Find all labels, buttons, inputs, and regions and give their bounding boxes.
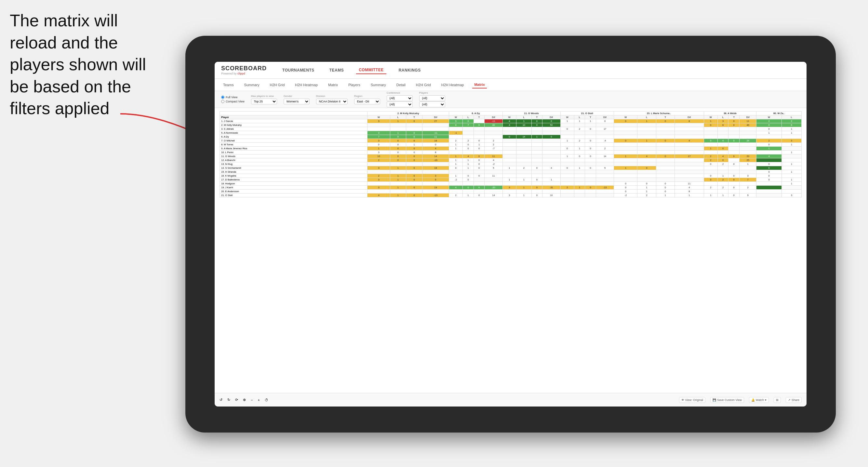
matrix-table: 2. M Kelly Mulcahy 6. A Dy 11. G Woods 2… [219, 111, 802, 197]
sub-nav-h2h-grid2[interactable]: H2H Grid [414, 82, 433, 88]
sub-nav-matrix[interactable]: Matrix [326, 82, 340, 88]
table-row: 13. N Klug 110-2 0201 01 [220, 162, 802, 166]
save-custom-view-button[interactable]: 💾 Save Custom View [710, 397, 744, 403]
max-players-select[interactable]: Top 25 Top 50 All [251, 98, 277, 104]
minus-icon: − [251, 398, 253, 402]
players-select[interactable]: (All) [419, 95, 445, 101]
gender-filter: Gender Women's Men's [284, 95, 310, 104]
table-row: 7. O Mitchell 30018 2202 120-4 0104 0402… [220, 139, 802, 143]
col-header-11: 11. G Woods [502, 112, 560, 116]
sub-nav: Teams Summary H2H Grid H2H Heatmap Matri… [215, 79, 807, 91]
sub-nav-players[interactable]: Players [346, 82, 362, 88]
col-header-60: 60. W Za.. [756, 112, 802, 116]
conference-select2[interactable]: (All) [387, 101, 413, 107]
redo-icon: ↻ [227, 398, 230, 402]
table-row: 10. L Perini 3008 1 [220, 151, 802, 154]
logo-sub: Powered by clippd [221, 72, 267, 75]
col-header-2: 2. M Kelly Mulcahy [368, 112, 449, 116]
view-options: Full View Compact View [221, 96, 245, 103]
max-players-filter: Max players in view Top 25 Top 50 All [251, 95, 277, 104]
table-row: 19. J Karrh 31019 400-20 310-31 210-13 0… [220, 186, 802, 190]
sub-nav-detail[interactable]: Detail [395, 82, 407, 88]
col-header-38: 38. A Webb [704, 112, 756, 116]
row-header: Player [220, 116, 368, 119]
tablet-device: SCOREBOARD Powered by clippd TOURNAMENTS… [185, 36, 836, 433]
table-row: 8. M Torres 0010 1012 01 [220, 143, 802, 147]
table-row: 5. A Nomrowski 310-11 -1 11 [220, 131, 802, 135]
table-row: 15. H Stranda 01 [220, 170, 802, 174]
tablet-screen: SCOREBOARD Powered by clippd TOURNAMENTS… [215, 62, 807, 406]
compact-view-radio[interactable]: Compact View [221, 100, 245, 103]
sub-nav-h2h-heatmap[interactable]: H2H Heatmap [293, 82, 320, 88]
nav-teams[interactable]: TEAMS [327, 67, 347, 74]
table-row: 9. A Maria Jimenez Rios 1004 100-7 0102 … [220, 147, 802, 151]
sub-nav-summary[interactable]: Summary [242, 82, 261, 88]
sub-nav-h2h-heatmap2[interactable]: H2H Heatmap [439, 82, 466, 88]
col-header-6: 6. A Dy [449, 112, 503, 116]
status-bar: ↺ ↻ ⟳ ⊕ − + ⏱ 👁 View: Original 💾 Save Cu… [215, 393, 807, 406]
sub-nav-teams[interactable]: Teams [221, 82, 236, 88]
nav-rankings[interactable]: RANKINGS [396, 67, 424, 74]
nav-bar: SCOREBOARD Powered by clippd TOURNAMENTS… [215, 62, 807, 79]
copy-icon: ⊕ [243, 398, 246, 402]
conference-filter: Conference (All) (All) [387, 91, 413, 107]
sub-nav-matrix2[interactable]: Matrix [472, 81, 487, 89]
nav-committee[interactable]: COMMITTEE [356, 66, 386, 74]
logo: SCOREBOARD Powered by clippd [221, 65, 267, 75]
col-header-23: 23. L Marie Schuma.. [614, 112, 704, 116]
table-row: 14. S Srichantamit 31018 0105 1204 0105 … [220, 166, 802, 170]
table-row: 11. G Woods 100014 14011 10014 14017 240… [220, 154, 802, 158]
full-view-radio[interactable]: Full View [221, 96, 245, 99]
table-row: 2. M Kelly Mulcahy 07040 410050 06046 06 [220, 123, 802, 127]
table-row: 21. O Stoll 410-13 21014 31010 -2211 110… [220, 193, 802, 197]
players-select2[interactable]: (All) [419, 101, 445, 107]
conference-select[interactable]: (All) [387, 95, 413, 101]
main-content: 2. M Kelly Mulcahy 6. A Dy 11. G Woods 2… [215, 108, 807, 393]
eye-icon: 👁 [681, 398, 684, 402]
gender-select[interactable]: Women's Men's [284, 98, 310, 104]
share-button[interactable]: ↗ Share [786, 397, 802, 403]
filters-bar: Full View Compact View Max players in vi… [215, 91, 807, 108]
table-row: 20. E Andersson 0108 [220, 190, 802, 193]
undo-icon: ↺ [219, 398, 222, 402]
logo-main: SCOREBOARD [221, 65, 267, 72]
chevron-down-icon: ▾ [765, 398, 767, 402]
division-filter: Division NCAA Division II NCAA Division … [316, 95, 348, 104]
grid-icon: ⊞ [776, 398, 779, 402]
table-row: 6. A Dy 70011 01410 [220, 135, 802, 139]
share-icon: ↗ [788, 398, 790, 402]
sub-nav-summary2[interactable]: Summary [369, 82, 388, 88]
table-row: 12. A Bianchi 200-16 1104 2025 [220, 158, 802, 162]
table-row: 1. J Garcia 31027 30-11 4100 1110 0106 1… [220, 119, 802, 123]
division-select[interactable]: NCAA Division II NCAA Division I [316, 98, 348, 104]
save-icon: 💾 [713, 398, 716, 402]
annotation-text: The matrix will reload and the players s… [10, 10, 166, 120]
reset-icon: ⟳ [235, 398, 238, 402]
table-row: 17. D Ballesteros 3105 -20 1101 0207 01 [220, 178, 802, 182]
nav-tournaments[interactable]: TOURNAMENTS [280, 67, 317, 74]
watch-button[interactable]: 🔔 Watch ▾ [749, 397, 769, 403]
col-header-21: 21. O Stoll [560, 112, 614, 116]
table-row: 16. K Mcgaha 2103 10011 0103 0 [220, 174, 802, 178]
timer-icon: ⏱ [265, 398, 268, 402]
watch-icon: 🔔 [751, 398, 755, 402]
plus-icon: + [257, 398, 259, 402]
sub-nav-h2h-grid[interactable]: H2H Grid [268, 82, 286, 88]
empty-header [220, 112, 368, 116]
view-original-button[interactable]: 👁 View: Original [679, 397, 705, 403]
table-row: 3. S Jelinek 02017 01 [220, 127, 802, 131]
players-filter: Players (All) (All) [419, 91, 445, 107]
region-filter: Region East - DII West - DII [354, 95, 380, 104]
region-select[interactable]: East - DII West - DII [354, 98, 380, 104]
table-row: 18. Hodgson 00011 1 [220, 182, 802, 186]
layout-button[interactable]: ⊞ [774, 397, 781, 403]
